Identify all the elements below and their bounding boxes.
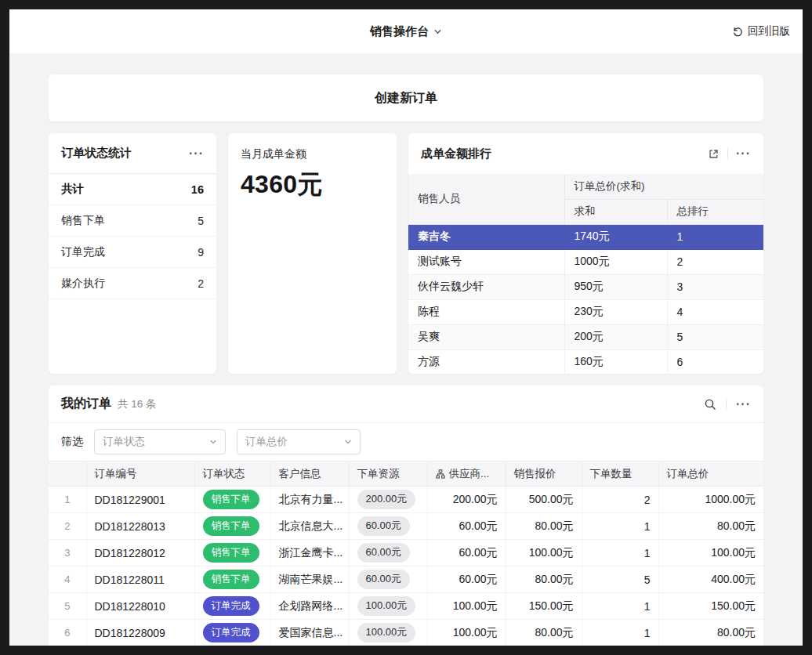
customer-cell: 浙江金鹰卡...	[270, 540, 349, 566]
rank-name-cell: 方源	[408, 349, 564, 374]
more-menu-icon[interactable]: ···	[736, 398, 751, 411]
search-icon[interactable]	[704, 398, 716, 411]
rank-sum-cell: 160元	[564, 349, 667, 374]
resource-cell: 60.00元	[349, 540, 427, 566]
ranking-row[interactable]: 测试账号 1000元 2	[408, 249, 763, 274]
resource-cell: 60.00元	[349, 566, 427, 593]
row-index: 2	[49, 513, 86, 540]
status-badge: 订单完成	[203, 623, 259, 642]
rank-rank-cell: 4	[667, 299, 763, 324]
total-cell: 80.00元	[658, 620, 763, 646]
orders-table-header-row: 订单编号 订单状态 客户信息 下单资源	[49, 461, 763, 487]
order-row[interactable]: 5 DD181228010 订单完成 企划路网络... 100.00元 100.…	[49, 593, 763, 620]
resource-cell: 60.00元	[349, 513, 427, 540]
stat-label: 订单完成	[61, 245, 105, 259]
app-window: 销售操作台 回到旧版 创建新订单 订单状态统计	[9, 9, 803, 646]
col-supplier-label: 供应商...	[449, 467, 490, 481]
back-to-old-version[interactable]: 回到旧版	[732, 9, 790, 53]
order-row[interactable]: 3 DD181228012 销售下单 浙江金鹰卡... 60.00元 60.00…	[49, 540, 763, 566]
content-area: 创建新订单 订单状态统计 ··· 共计 16 销售下单 5 订单完成	[9, 53, 803, 646]
rank-name-cell: 吴爽	[408, 324, 564, 349]
stat-label: 共计	[61, 182, 84, 197]
back-label: 回到旧版	[748, 24, 790, 38]
col-resource[interactable]: 下单资源	[349, 461, 427, 487]
resource-pill: 100.00元	[357, 596, 416, 616]
stat-row-sale[interactable]: 销售下单 5	[49, 205, 216, 237]
customer-cell: 爱国家信息...	[270, 620, 349, 646]
order-total-filter-select[interactable]: 订单总价	[237, 429, 361, 454]
row-index: 6	[49, 620, 86, 646]
quote-cell: 500.00元	[506, 487, 582, 513]
order-no-cell: DD181229001	[86, 487, 194, 513]
status-cell: 销售下单	[194, 513, 270, 540]
ranking-header-actions: ···	[708, 147, 751, 160]
total-cell: 80.00元	[658, 513, 763, 540]
more-menu-icon[interactable]: ···	[189, 147, 204, 160]
rank-sum-cell: 1000元	[564, 249, 667, 274]
export-icon[interactable]	[708, 148, 720, 160]
filter-row: 筛选 订单状态 订单总价	[49, 423, 763, 461]
col-total[interactable]: 订单总价	[658, 461, 763, 487]
filter-label: 筛选	[61, 435, 83, 449]
order-row[interactable]: 1 DD181229001 销售下单 北京有力量... 200.00元 200.…	[49, 487, 763, 513]
supplier-cell: 60.00元	[427, 566, 506, 593]
ranking-row[interactable]: 吴爽 200元 5	[408, 324, 763, 349]
order-row[interactable]: 4 DD181228011 销售下单 湖南芒果娱... 60.00元 60.00…	[49, 566, 763, 593]
supplier-cell: 100.00元	[427, 593, 506, 620]
col-order-no[interactable]: 订单编号	[86, 461, 194, 487]
status-cell: 销售下单	[194, 540, 270, 566]
create-order-button[interactable]: 创建新订单	[49, 74, 763, 121]
rank-name-cell: 测试账号	[408, 249, 564, 274]
more-menu-icon[interactable]: ···	[736, 147, 751, 160]
ranking-table: 销售人员 订单总价(求和) 求和 总排行 秦吉冬 1740元 1	[408, 174, 763, 374]
chevron-down-icon	[344, 438, 352, 446]
qty-cell: 1	[582, 513, 658, 540]
stat-row-done[interactable]: 订单完成 9	[49, 237, 216, 268]
ranking-card: 成单金额排行 ···	[408, 133, 763, 374]
resource-pill: 60.00元	[357, 516, 411, 536]
row-index: 3	[49, 540, 86, 566]
ranking-row[interactable]: 陈程 230元 4	[408, 299, 763, 324]
divider	[726, 399, 727, 410]
qty-cell: 1	[582, 540, 658, 566]
qty-cell: 2	[582, 487, 658, 513]
stat-row-media[interactable]: 媒介执行 2	[49, 268, 216, 299]
month-amount-card: 当月成单金额 4360元	[228, 133, 397, 374]
orders-title: 我的订单	[61, 396, 111, 412]
total-cell: 100.00元	[658, 540, 763, 566]
order-no-cell: DD181228012	[86, 540, 194, 566]
resource-pill: 200.00元	[357, 490, 416, 509]
status-cell: 销售下单	[194, 487, 270, 513]
ranking-row[interactable]: 方源 160元 6	[408, 349, 763, 374]
ranking-row[interactable]: 伙伴云魏少轩 950元 3	[408, 274, 763, 299]
order-row[interactable]: 2 DD181228013 销售下单 北京信息大... 60.00元 60.00…	[49, 513, 763, 540]
col-customer[interactable]: 客户信息	[270, 461, 349, 487]
ranking-row-selected[interactable]: 秦吉冬 1740元 1	[408, 224, 763, 249]
col-quote[interactable]: 销售报价	[506, 461, 582, 487]
supplier-cell: 60.00元	[427, 540, 506, 566]
order-status-filter-select[interactable]: 订单状态	[94, 429, 226, 454]
order-no-cell: DD181228011	[86, 566, 194, 593]
status-cell: 订单完成	[194, 593, 270, 620]
row-index: 4	[49, 566, 86, 593]
stat-row-total[interactable]: 共计 16	[49, 174, 216, 205]
col-supplier[interactable]: 供应商...	[427, 461, 506, 487]
orders-count: 共 16 条	[118, 397, 157, 411]
stat-label: 媒介执行	[61, 277, 105, 291]
status-cell: 销售下单	[194, 566, 270, 593]
rank-sum-cell: 950元	[564, 274, 667, 299]
status-badge: 销售下单	[203, 490, 259, 508]
status-badge: 销售下单	[203, 570, 259, 588]
quote-cell: 80.00元	[506, 513, 582, 540]
select-placeholder: 订单状态	[103, 435, 145, 449]
create-order-label: 创建新订单	[375, 90, 437, 107]
orders-table: 订单编号 订单状态 客户信息 下单资源	[49, 461, 763, 646]
col-qty[interactable]: 下单数量	[582, 461, 658, 487]
ranking-card-title: 成单金额排行	[421, 147, 491, 161]
order-row[interactable]: 6 DD181228009 订单完成 爱国家信息... 100.00元 100.…	[49, 620, 763, 646]
page-title-dropdown[interactable]: 销售操作台	[370, 24, 442, 39]
customer-cell: 湖南芒果娱...	[270, 566, 349, 593]
rank-name-cell: 伙伴云魏少轩	[408, 274, 564, 299]
supplier-cell: 100.00元	[427, 620, 506, 646]
col-status[interactable]: 订单状态	[194, 461, 270, 487]
